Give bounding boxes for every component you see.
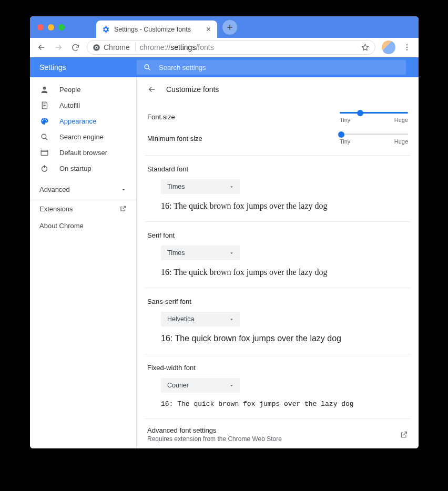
sidebar-link-extensions[interactable]: Extensions	[30, 200, 136, 217]
bookmark-star-icon[interactable]	[361, 43, 370, 52]
standard-font-title: Standard font	[147, 165, 408, 173]
sidebar-item-on-startup[interactable]: On startup	[30, 160, 136, 176]
sans-serif-font-section: Sans-serif font Helvetica 16: The quick …	[145, 288, 410, 354]
slider-max-label: Huge	[394, 117, 408, 123]
browser-toolbar: Chrome chrome://settings/fonts	[30, 38, 419, 57]
standard-font-preview: 16: The quick brown fox jumps over the l…	[161, 201, 408, 211]
settings-sidebar: People Autofill Appearance Search engine…	[30, 77, 137, 448]
serif-font-section: Serif font Times 16: The quick brown fox…	[145, 221, 410, 288]
standard-font-section: Standard font Times 16: The quick brown …	[145, 155, 410, 221]
settings-title: Settings	[39, 63, 137, 71]
profile-avatar[interactable]	[382, 40, 395, 54]
sidebar-item-appearance[interactable]: Appearance	[30, 113, 136, 129]
sidebar-item-search-engine[interactable]: Search engine	[30, 129, 136, 145]
sidebar-item-autofill[interactable]: Autofill	[30, 97, 136, 113]
autofill-icon	[39, 101, 49, 110]
chevron-down-icon	[229, 383, 235, 388]
window-controls	[37, 24, 65, 30]
settings-header: Settings	[30, 57, 419, 77]
settings-content: Customize fonts Font size Tiny Huge	[137, 77, 419, 448]
advanced-font-subtitle: Requires extension from the Chrome Web S…	[147, 435, 282, 443]
sidebar-item-people[interactable]: People	[30, 81, 136, 97]
advanced-font-settings-row[interactable]: Advanced font settings Requires extensio…	[145, 418, 410, 448]
svg-point-2	[96, 46, 98, 48]
settings-body: People Autofill Appearance Search engine…	[30, 77, 419, 448]
serif-font-title: Serif font	[147, 231, 408, 239]
minimize-window-button[interactable]	[48, 24, 54, 30]
url-text: chrome://settings/fonts	[140, 43, 214, 52]
serif-font-preview: 16: The quick brown fox jumps over the l…	[161, 268, 408, 277]
serif-font-dropdown[interactable]: Times	[161, 246, 240, 260]
new-tab-button[interactable]	[222, 20, 237, 35]
close-tab-icon[interactable]	[205, 26, 212, 33]
forward-button[interactable]	[51, 40, 66, 55]
reload-button[interactable]	[68, 40, 83, 55]
font-size-label: Font size	[147, 112, 175, 121]
browser-tab[interactable]: Settings - Customize fonts	[96, 21, 217, 38]
back-arrow-icon[interactable]	[147, 85, 157, 94]
tab-title: Settings - Customize fonts	[114, 26, 201, 33]
chevron-down-icon	[229, 250, 235, 256]
svg-point-8	[42, 134, 46, 139]
settings-search-bar[interactable]	[137, 60, 406, 75]
fixed-width-font-dropdown[interactable]: Courier	[161, 378, 240, 393]
standard-font-dropdown[interactable]: Times	[161, 179, 240, 194]
font-size-section: Font size Tiny Huge Minimum fon	[145, 101, 410, 155]
chrome-icon	[93, 44, 100, 52]
chevron-down-icon	[120, 187, 127, 193]
sidebar-advanced-toggle[interactable]: Advanced	[30, 179, 136, 200]
close-window-button[interactable]	[37, 24, 44, 30]
slider-min-label: Tiny	[340, 117, 350, 123]
svg-point-5	[406, 49, 408, 50]
search-icon	[143, 63, 151, 71]
slider-min-label: Tiny	[340, 138, 350, 145]
browser-icon	[39, 148, 49, 157]
address-bar[interactable]: Chrome chrome://settings/fonts	[87, 40, 375, 55]
sans-serif-font-title: Sans-serif font	[147, 298, 408, 305]
external-link-icon	[400, 431, 408, 439]
zoom-window-button[interactable]	[58, 24, 65, 30]
search-icon	[39, 132, 49, 141]
fixed-width-font-preview: 16: The quick brown fox jumps over the l…	[161, 400, 408, 408]
page-title: Customize fonts	[166, 85, 219, 94]
svg-point-4	[406, 47, 408, 48]
back-button[interactable]	[34, 40, 49, 55]
sans-serif-font-dropdown[interactable]: Helvetica	[161, 312, 240, 326]
browser-window: Settings - Customize fonts Chrome	[30, 16, 419, 448]
svg-point-6	[145, 65, 149, 69]
sans-serif-font-preview: 16: The quick brown fox jumps over the l…	[161, 334, 408, 343]
external-link-icon	[119, 205, 127, 212]
tab-strip: Settings - Customize fonts	[30, 16, 419, 38]
gear-icon	[101, 25, 110, 34]
svg-point-3	[406, 44, 408, 45]
chevron-down-icon	[229, 184, 235, 190]
min-font-size-slider[interactable]: Tiny Huge	[340, 134, 408, 145]
sidebar-item-default-browser[interactable]: Default browser	[30, 145, 136, 160]
page-title-row: Customize fonts	[137, 77, 419, 101]
min-font-size-label: Minimum font size	[147, 134, 202, 142]
fixed-width-font-title: Fixed-width font	[147, 364, 408, 372]
svg-rect-9	[41, 150, 48, 155]
slider-max-label: Huge	[394, 138, 408, 145]
svg-point-7	[43, 86, 46, 89]
power-icon	[39, 164, 49, 173]
palette-icon	[39, 117, 49, 126]
person-icon	[39, 85, 49, 94]
chrome-menu-button[interactable]	[400, 40, 414, 55]
chrome-origin-chip: Chrome	[93, 43, 136, 52]
settings-search-input[interactable]	[159, 64, 400, 71]
fixed-width-font-section: Fixed-width font Courier 16: The quick b…	[145, 354, 410, 418]
chevron-down-icon	[229, 316, 235, 322]
advanced-font-title: Advanced font settings	[147, 426, 282, 434]
font-size-slider[interactable]: Tiny Huge	[340, 112, 408, 123]
sidebar-link-about[interactable]: About Chrome	[30, 217, 136, 234]
settings-card: Font size Tiny Huge Minimum fon	[145, 101, 410, 448]
